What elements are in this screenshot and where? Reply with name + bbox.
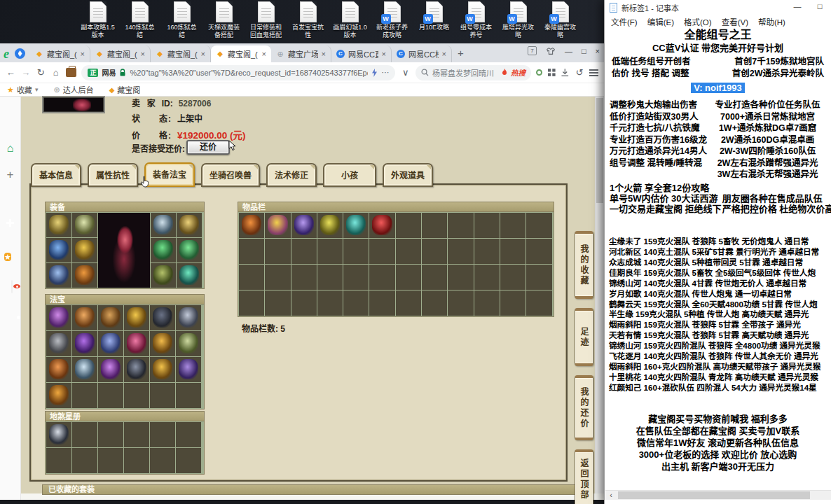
browser-tab[interactable]: C网易CC校× xyxy=(392,46,452,62)
desktop-icon[interactable]: W新老孩子养成攻略 xyxy=(374,1,410,40)
desktop-icon[interactable]: W秦陵幽宫攻略 xyxy=(542,1,578,40)
bookmark-item[interactable]: ◆藏宝阁 xyxy=(109,84,141,95)
item-brooch[interactable] xyxy=(151,213,176,237)
item-gold-ingot[interactable] xyxy=(150,331,175,356)
rail-home-icon[interactable]: ⌂ xyxy=(4,142,16,154)
item-red-lantern[interactable] xyxy=(124,331,149,356)
browser-logo-icon[interactable]: e xyxy=(4,47,9,61)
tab-close-icon[interactable]: × xyxy=(382,50,386,58)
bolt-icon[interactable] xyxy=(371,69,378,77)
minimize-button[interactable]: — xyxy=(565,47,572,55)
url-field[interactable]: 正 网易 %20"tag"%3A%20"user"%7D&reco_reques… xyxy=(81,65,395,80)
desktop-icon[interactable]: W雁塔异光攻略 xyxy=(500,1,536,40)
compass-icon[interactable] xyxy=(15,48,25,59)
item-jade-plate[interactable] xyxy=(176,331,201,356)
tab-小孩[interactable]: 小孩 xyxy=(323,163,376,187)
tab-坐骑召唤兽[interactable]: 坐骑召唤兽 xyxy=(201,163,260,187)
item-blue-book[interactable] xyxy=(98,331,123,356)
item-dark-ring[interactable] xyxy=(124,357,149,382)
rail-eye-protect-icon[interactable] xyxy=(11,280,13,293)
bargain-button[interactable]: 还价 xyxy=(186,140,230,155)
desktop-icon[interactable]: 日常修装和回血鬼搭配 xyxy=(248,1,284,40)
browser-menu-icon[interactable] xyxy=(589,69,598,76)
extension-badge-icon[interactable]: 7 xyxy=(528,46,537,55)
adblock-status-icon[interactable] xyxy=(536,69,542,76)
bookmark-item[interactable]: ⊕达人后台 xyxy=(53,84,93,95)
tab-close-icon[interactable]: × xyxy=(201,50,205,58)
desktop-icon[interactable]: 首发宝宝抗性 xyxy=(290,1,326,40)
item-violet-sword[interactable] xyxy=(291,213,317,238)
item-star-card[interactable] xyxy=(46,422,71,447)
url-dropdown-icon[interactable]: ∨ xyxy=(400,67,411,78)
notepad-text-area[interactable]: 全能组号之王 CC蓝V认证 带您完美开好号计划 低端任务组号开创者首创7千159… xyxy=(605,28,831,489)
item-blue-scepter[interactable] xyxy=(46,263,71,288)
item-puppet[interactable] xyxy=(265,213,290,238)
tab-装备法宝[interactable]: 装备法宝 xyxy=(144,162,195,187)
notepad-hscrollbar[interactable]: ‹ xyxy=(605,490,831,500)
rail-favorites-icon[interactable]: ★ xyxy=(4,253,11,261)
browser-tab[interactable]: ◆藏宝阁_(× xyxy=(90,46,151,62)
item-dark-armor[interactable] xyxy=(150,305,175,330)
home-icon[interactable]: ⌂ xyxy=(51,67,62,78)
item-tiara[interactable] xyxy=(72,213,97,237)
notepad-hscrollbar-thumb[interactable] xyxy=(618,491,810,499)
item-green-ring-right[interactable] xyxy=(177,238,202,262)
notepad-menu-item[interactable]: 格式(O) xyxy=(684,16,712,27)
item-zither[interactable] xyxy=(72,305,97,330)
browser-tab[interactable]: ◆藏宝阁_(× xyxy=(151,46,211,62)
desktop-icon[interactable]: 140炼狱总结 xyxy=(122,1,158,40)
item-jade-pearl[interactable] xyxy=(177,263,202,288)
history-undo-icon[interactable]: ↺ xyxy=(575,67,585,78)
tab-close-icon[interactable]: × xyxy=(442,50,446,58)
browser-tab[interactable]: ◆藏宝阁_(× xyxy=(211,46,271,62)
item-amber-relic[interactable] xyxy=(46,383,71,408)
item-stone-tablet[interactable] xyxy=(46,331,71,356)
notepad-menu-item[interactable]: 帮助(H) xyxy=(758,16,785,27)
item-green-ring-left[interactable] xyxy=(151,238,176,262)
item-bronze-bell[interactable] xyxy=(46,357,71,382)
item-yellow-robe[interactable] xyxy=(72,238,97,262)
side-tab-足迹[interactable]: 足迹 xyxy=(575,308,593,366)
item-orange-silk[interactable] xyxy=(72,263,97,288)
notepad-title-bar[interactable]: 新标签1 - 记事本 — □ xyxy=(605,0,831,15)
item-yellow-fruit[interactable] xyxy=(317,213,343,238)
close-button[interactable]: × xyxy=(596,47,600,55)
tab-外观道具[interactable]: 外观道具 xyxy=(383,163,433,187)
item-silver-claw[interactable] xyxy=(176,305,201,330)
bookmark-item[interactable]: ★收藏▾ xyxy=(7,84,38,95)
item-gold-cloak[interactable] xyxy=(46,213,71,237)
item-cyan-tablet[interactable] xyxy=(343,213,369,238)
side-tab-我的收藏[interactable]: 我的收藏 xyxy=(575,231,593,299)
item-violet-dagger[interactable] xyxy=(176,357,201,382)
tab-基本信息[interactable]: 基本信息 xyxy=(31,163,81,187)
item-red-gem[interactable] xyxy=(369,213,394,238)
tab-close-icon[interactable]: × xyxy=(262,50,266,58)
scroll-left-arrow-icon[interactable]: ‹ xyxy=(607,491,615,500)
tab-close-icon[interactable]: × xyxy=(81,50,85,58)
tab-法术修正[interactable]: 法术修正 xyxy=(266,163,317,187)
search-query-text[interactable]: 杨幂盘发梦回晴川 xyxy=(432,67,498,78)
maximize-button[interactable]: □ xyxy=(582,47,586,55)
back-icon[interactable]: ← xyxy=(6,67,16,78)
new-tab-button[interactable]: + xyxy=(458,47,464,59)
page-scrollbar[interactable] xyxy=(595,97,604,493)
side-tab-我的还价[interactable]: 我的还价 xyxy=(575,375,593,440)
notepad-menu-item[interactable]: 文件(F) xyxy=(611,16,638,27)
apps-grid-icon[interactable] xyxy=(547,68,556,77)
item-purple-pouch[interactable] xyxy=(46,305,71,330)
forward-icon[interactable]: → xyxy=(21,67,32,78)
item-thumbnail[interactable] xyxy=(42,96,105,113)
desktop-icon[interactable]: 画眉幻城1.0版本 xyxy=(332,1,368,40)
tab-close-icon[interactable]: × xyxy=(141,50,145,58)
rail-add-icon[interactable]: + xyxy=(4,169,16,181)
notepad-menu-item[interactable]: 查看(V) xyxy=(722,16,748,27)
browser-tab[interactable]: ⊕藏宝广场× xyxy=(271,46,331,62)
item-belt[interactable] xyxy=(151,263,176,288)
more-icon[interactable]: ⋯ xyxy=(381,68,389,77)
download-icon[interactable] xyxy=(561,68,570,77)
desktop-icon[interactable]: 天梯双魔装备搭配 xyxy=(206,1,242,40)
item-lute[interactable] xyxy=(98,305,123,330)
item-gold-orb[interactable] xyxy=(150,357,175,382)
page-scrollbar-thumb[interactable] xyxy=(596,98,603,203)
item-blue-spear[interactable] xyxy=(46,238,71,262)
